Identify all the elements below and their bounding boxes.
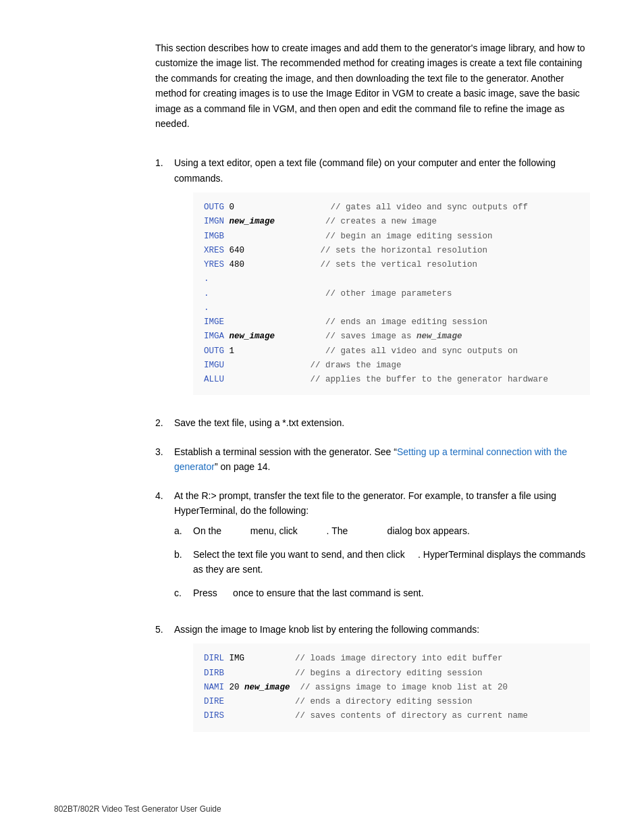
- sub-item-a-text: On the menu, click . The dialog box appe…: [193, 523, 470, 538]
- step-number-1: 1.: [155, 155, 169, 402]
- code-block-2: DIRL IMG // loads image directory into e…: [193, 644, 590, 731]
- list-item-1: 1. Using a text editor, open a text file…: [155, 155, 590, 402]
- footer-text: 802BT/802R Video Test Generator User Gui…: [54, 804, 221, 814]
- sub-letter-b: b.: [174, 547, 188, 577]
- sub-letter-c: c.: [174, 585, 188, 600]
- step-number-5: 5.: [155, 622, 169, 739]
- list-item-3: 3. Establish a terminal session with the…: [155, 444, 590, 475]
- sub-list: a. On the menu, click . The dialog box a…: [174, 523, 590, 600]
- intro-paragraph: This section describes how to create ima…: [155, 41, 590, 131]
- numbered-list: 1. Using a text editor, open a text file…: [155, 155, 590, 738]
- page-container: This section describes how to create ima…: [0, 0, 644, 834]
- sub-item-b: b. Select the text file you want to send…: [174, 547, 590, 577]
- list-item-4: 4. At the R:> prompt, transfer the text …: [155, 488, 590, 608]
- step-number-4: 4.: [155, 488, 169, 608]
- sub-letter-a: a.: [174, 523, 188, 538]
- step-5-text: Assign the image to Image knob list by e…: [174, 624, 479, 635]
- terminal-connection-link[interactable]: Setting up a terminal connection with th…: [174, 446, 567, 472]
- step-number-2: 2.: [155, 415, 169, 430]
- sub-item-c: c. Press once to ensure that the last co…: [174, 585, 590, 600]
- sub-item-c-text: Press once to ensure that the last comma…: [193, 585, 424, 600]
- step-number-3: 3.: [155, 444, 169, 475]
- list-item-5: 5. Assign the image to Image knob list b…: [155, 622, 590, 739]
- step-4-text: At the R:> prompt, transfer the text fil…: [174, 490, 556, 516]
- code-block-1: OUTG 0 // gates all video and sync outpu…: [193, 192, 590, 395]
- sub-item-b-text: Select the text file you want to send, a…: [193, 547, 590, 577]
- sub-item-a: a. On the menu, click . The dialog box a…: [174, 523, 590, 538]
- step-3-text: Establish a terminal session with the ge…: [174, 446, 567, 472]
- footer: 802BT/802R Video Test Generator User Gui…: [54, 804, 221, 814]
- list-item-2: 2. Save the text file, using a *.txt ext…: [155, 415, 590, 430]
- step-2-text: Save the text file, using a *.txt extens…: [174, 417, 344, 428]
- step-1-text: Using a text editor, open a text file (c…: [174, 157, 556, 183]
